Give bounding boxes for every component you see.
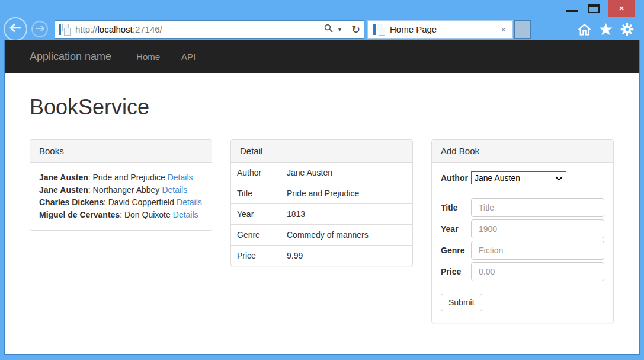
detail-value: Commedy of manners <box>286 225 412 246</box>
book-title: David Copperfield <box>108 197 174 207</box>
maximize-button[interactable] <box>588 4 600 13</box>
nav-link-api[interactable]: API <box>181 52 196 62</box>
detail-value: 9.99 <box>286 246 412 266</box>
book-item: Jane Austen: Pride and PrejudiceDetails <box>39 171 203 184</box>
gear-icon[interactable] <box>620 22 635 37</box>
book-author: Jane Austen <box>39 185 88 195</box>
forward-button[interactable] <box>31 21 48 37</box>
browser-toolbar: http://localhost:27146/ ▼ ↻ Home Page × <box>0 17 644 40</box>
book-author: Jane Austen <box>39 173 88 182</box>
table-row: Year1813 <box>231 204 412 225</box>
genre-label: Genre <box>441 246 471 255</box>
back-button[interactable] <box>4 17 27 41</box>
add-book-panel: Add Book Author Jane Austen <box>431 139 614 323</box>
close-button[interactable]: × <box>608 0 635 17</box>
detail-panel-heading: Detail <box>231 140 412 163</box>
author-select-value: Jane Austen <box>475 173 520 183</box>
page-content: Application name Home API BookService Bo… <box>5 40 639 354</box>
detail-panel: Detail AuthorJane Austen TitlePride and … <box>230 139 413 266</box>
submit-button[interactable]: Submit <box>441 294 482 311</box>
author-label: Author <box>441 173 471 183</box>
tab-page-icon <box>373 24 385 36</box>
books-panel-heading: Books <box>30 140 212 163</box>
year-label: Year <box>441 224 471 234</box>
home-icon[interactable] <box>577 22 592 37</box>
page-icon <box>59 24 71 36</box>
address-bar[interactable]: http://localhost:27146/ ▼ ↻ <box>55 20 364 39</box>
refresh-button[interactable]: ↻ <box>351 24 360 35</box>
detail-label: Price <box>231 246 286 266</box>
page-header-divider <box>30 126 614 126</box>
book-author: Charles Dickens <box>39 197 104 207</box>
detail-label: Year <box>231 204 286 225</box>
url-protocol: http:// <box>75 24 98 34</box>
new-tab-button[interactable] <box>514 20 531 39</box>
url-port-path: :27146/ <box>133 24 162 34</box>
book-separator: : <box>88 185 93 195</box>
detail-value: Jane Austen <box>286 163 412 183</box>
title-bar[interactable]: × <box>0 0 644 17</box>
details-link[interactable]: Details <box>177 197 202 207</box>
book-item: Charles Dickens: David CopperfieldDetail… <box>39 196 203 209</box>
table-row: GenreCommedy of manners <box>231 225 412 246</box>
books-list: Jane Austen: Pride and PrejudiceDetails … <box>30 163 212 230</box>
year-input[interactable] <box>471 219 604 238</box>
tab-home-page[interactable]: Home Page × <box>367 20 513 39</box>
browser-window: × http://localhost:27146/ ▼ <box>0 0 644 360</box>
table-row: AuthorJane Austen <box>231 163 412 183</box>
author-select[interactable]: Jane Austen <box>471 171 566 184</box>
books-panel: Books Jane Austen: Pride and PrejudiceDe… <box>30 139 212 231</box>
title-input[interactable] <box>471 198 604 217</box>
url-text: http://localhost:27146/ <box>75 24 324 34</box>
back-arrow-icon <box>9 23 22 35</box>
detail-table: AuthorJane Austen TitlePride and Prejudi… <box>231 163 412 266</box>
search-icon[interactable] <box>324 24 333 35</box>
add-book-panel-heading: Add Book <box>432 140 613 163</box>
detail-value: Pride and Prejudice <box>286 183 412 204</box>
book-separator: : <box>88 173 93 182</box>
search-dropdown-caret-icon[interactable]: ▼ <box>337 27 342 33</box>
book-title: Pride and Prejudice <box>93 173 165 182</box>
details-link[interactable]: Details <box>168 173 193 182</box>
detail-value: 1813 <box>286 204 412 225</box>
nav-link-home[interactable]: Home <box>136 52 160 62</box>
detail-label: Genre <box>231 225 286 246</box>
page-title: BookService <box>30 95 614 120</box>
details-link[interactable]: Details <box>162 185 187 195</box>
table-row: Price9.99 <box>231 246 412 266</box>
star-icon[interactable] <box>598 22 613 37</box>
address-divider <box>347 24 347 36</box>
minimize-button[interactable] <box>566 10 578 12</box>
detail-label: Title <box>231 183 286 204</box>
book-author: Miguel de Cervantes <box>39 210 120 219</box>
book-item: Jane Austen: Northanger AbbeyDetails <box>39 184 203 196</box>
genre-input[interactable] <box>471 241 604 260</box>
chevron-down-icon <box>555 173 563 183</box>
navbar: Application name Home API <box>5 40 639 73</box>
title-label: Title <box>441 203 471 212</box>
tab-close-icon[interactable]: × <box>499 24 507 34</box>
table-row: TitlePride and Prejudice <box>231 183 412 204</box>
book-separator: : <box>120 210 124 219</box>
book-separator: : <box>104 197 108 207</box>
book-item: Miguel de Cervantes: Don QuixoteDetails <box>39 209 203 221</box>
book-title: Northanger Abbey <box>93 185 160 195</box>
navbar-brand[interactable]: Application name <box>30 50 111 63</box>
url-host: localhost <box>98 24 133 34</box>
price-label: Price <box>441 267 471 276</box>
tab-title: Home Page <box>390 24 499 34</box>
details-link[interactable]: Details <box>173 210 198 219</box>
book-title: Don Quixote <box>124 210 171 219</box>
price-input[interactable] <box>471 262 604 281</box>
detail-label: Author <box>231 163 286 183</box>
add-book-form: Author Jane Austen Title <box>432 163 613 323</box>
forward-arrow-icon <box>35 24 45 34</box>
